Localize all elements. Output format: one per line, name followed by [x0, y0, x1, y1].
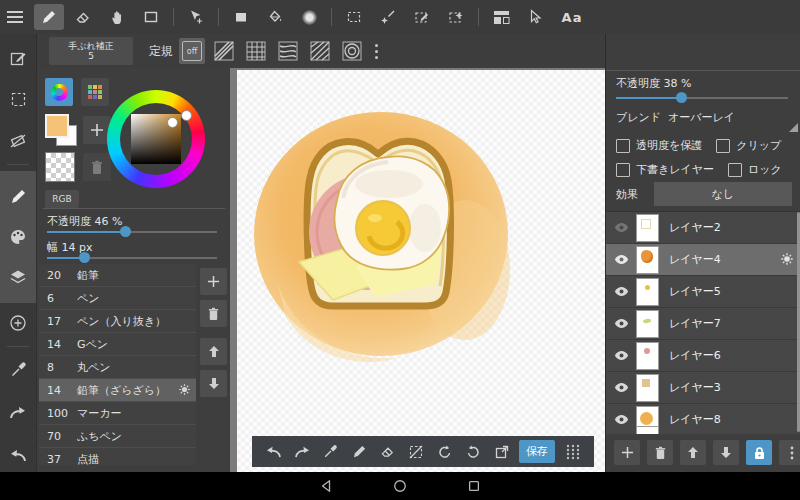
brush-item[interactable]: 70ふちペン	[39, 425, 196, 448]
select-pen-button[interactable]	[407, 4, 437, 30]
ruler-grid-button[interactable]	[243, 38, 269, 64]
sidebar-color-panel-button[interactable]	[0, 217, 36, 257]
add-layer-button[interactable]	[614, 440, 640, 465]
layer-row[interactable]: レイヤー2	[606, 212, 800, 244]
export-button[interactable]	[491, 441, 513, 463]
brush-width-slider[interactable]	[47, 252, 217, 263]
material-button[interactable]	[0, 306, 36, 340]
pen-tool-button[interactable]	[34, 4, 64, 30]
undo-button[interactable]	[0, 438, 36, 472]
drawing-canvas[interactable]: 保存	[237, 70, 605, 472]
rotate-cw-button[interactable]	[462, 441, 484, 463]
brush-opacity-slider[interactable]	[47, 226, 217, 237]
layer-up-button[interactable]	[680, 440, 706, 465]
brush-item-selected[interactable]: 14鉛筆（ざらざら）	[39, 379, 196, 402]
sidebar-brush-panel-button[interactable]	[0, 177, 36, 217]
hue-handle[interactable]	[181, 110, 192, 121]
ruler-vanishing-button[interactable]	[307, 38, 333, 64]
protect-alpha-checkbox[interactable]	[616, 139, 630, 153]
layer-visibility-toggle[interactable]	[606, 318, 636, 329]
layer-visibility-toggle[interactable]	[606, 350, 636, 361]
ruler-concentric-button[interactable]	[339, 38, 365, 64]
clip-checkbox[interactable]	[716, 139, 730, 153]
sub-toolbar-overflow-button[interactable]	[375, 44, 378, 59]
airbrush-tool-button[interactable]	[294, 4, 324, 30]
move-tool-button[interactable]	[181, 4, 211, 30]
brush-item[interactable]: 6ペン	[39, 287, 196, 310]
transform-button[interactable]	[0, 124, 36, 158]
quick-eyedropper-button[interactable]	[320, 441, 342, 463]
layer-row-selected[interactable]: レイヤー4	[606, 244, 800, 276]
layer-down-button[interactable]	[713, 440, 739, 465]
layer-opacity-slider[interactable]	[616, 92, 788, 103]
brush-item[interactable]: 37点描	[39, 448, 196, 465]
layer-settings-gear-icon[interactable]	[780, 252, 794, 266]
foreground-background-swatch[interactable]	[45, 114, 77, 146]
android-back-button[interactable]	[318, 478, 334, 494]
redo-button[interactable]	[0, 395, 36, 429]
quick-redo-button[interactable]	[291, 441, 313, 463]
draft-layer-checkbox[interactable]	[616, 163, 630, 177]
transparent-color-swatch[interactable]	[45, 152, 75, 182]
lock-checkbox[interactable]	[728, 163, 742, 177]
hand-tool-button[interactable]	[102, 4, 132, 30]
ruler-off-button[interactable]: off	[179, 38, 205, 64]
effect-button[interactable]: なし	[654, 182, 792, 206]
eraser-tool-button[interactable]	[68, 4, 98, 30]
color-wheel-mode-button[interactable]	[45, 78, 73, 106]
brush-item[interactable]: 14Gペン	[39, 333, 196, 356]
color-mode-button[interactable]: RGB	[45, 190, 79, 208]
sidebar-layer-panel-button[interactable]	[0, 257, 36, 297]
frame-tool-button[interactable]	[136, 4, 166, 30]
layer-visibility-toggle[interactable]	[606, 286, 636, 297]
brush-settings-gear-icon[interactable]	[178, 383, 191, 396]
text-tool-button[interactable]: Aa	[554, 4, 590, 30]
ruler-curve-button[interactable]	[275, 38, 301, 64]
sidebar-select-button[interactable]	[0, 83, 36, 117]
select-eraser-button[interactable]	[441, 4, 471, 30]
eyedropper-button[interactable]	[0, 353, 36, 387]
magic-wand-button[interactable]	[373, 4, 403, 30]
cursor-button[interactable]	[520, 4, 550, 30]
layer-visibility-toggle[interactable]	[606, 254, 636, 265]
brush-item[interactable]: 100マーカー	[39, 402, 196, 425]
quick-eraser-button[interactable]	[377, 441, 399, 463]
stabilizer-button[interactable]: 手ぶれ補正 5	[49, 37, 133, 65]
layer-row[interactable]: レイヤー6	[606, 340, 800, 372]
layer-visibility-toggle[interactable]	[606, 222, 636, 233]
toolbar-drag-handle[interactable]	[562, 441, 584, 463]
panel-layout-button[interactable]	[486, 4, 516, 30]
layer-row[interactable]: レイヤー7	[606, 308, 800, 340]
delete-layer-button[interactable]	[647, 440, 673, 465]
new-canvas-button[interactable]	[0, 41, 36, 75]
layer-lock-button[interactable]	[746, 440, 772, 465]
fill-bucket-button[interactable]	[260, 4, 290, 30]
android-home-button[interactable]	[392, 478, 408, 494]
layer-row[interactable]: レイヤー3	[606, 372, 800, 404]
layer-visibility-toggle[interactable]	[606, 414, 636, 425]
menu-button[interactable]	[0, 4, 30, 30]
brush-item[interactable]: 20鉛筆	[39, 264, 196, 287]
sv-handle[interactable]	[167, 117, 178, 128]
layer-row[interactable]: レイヤー5	[606, 276, 800, 308]
brush-item[interactable]: 17ペン（入り抜き）	[39, 310, 196, 333]
brush-move-up-button[interactable]	[200, 338, 227, 365]
layer-visibility-toggle[interactable]	[606, 382, 636, 393]
add-brush-button[interactable]	[200, 268, 227, 295]
blend-mode-dropdown[interactable]: ブレンド オーバーレイ	[616, 110, 794, 130]
ruler-parallel-button[interactable]	[211, 38, 237, 64]
layer-menu-button[interactable]	[779, 440, 800, 465]
brush-item[interactable]: 8丸ペン	[39, 356, 196, 379]
select-tool-button[interactable]	[339, 4, 369, 30]
android-recents-button[interactable]	[466, 478, 482, 494]
rotate-ccw-button[interactable]	[434, 441, 456, 463]
shape-tool-button[interactable]	[226, 4, 256, 30]
color-swatch-mode-button[interactable]	[81, 78, 109, 106]
deselect-button[interactable]	[405, 441, 427, 463]
delete-color-button[interactable]	[83, 153, 111, 181]
quick-undo-button[interactable]	[263, 441, 285, 463]
quick-pen-button[interactable]	[348, 441, 370, 463]
delete-brush-button[interactable]	[200, 300, 227, 327]
save-button[interactable]: 保存	[519, 440, 555, 463]
brush-move-down-button[interactable]	[200, 370, 227, 397]
